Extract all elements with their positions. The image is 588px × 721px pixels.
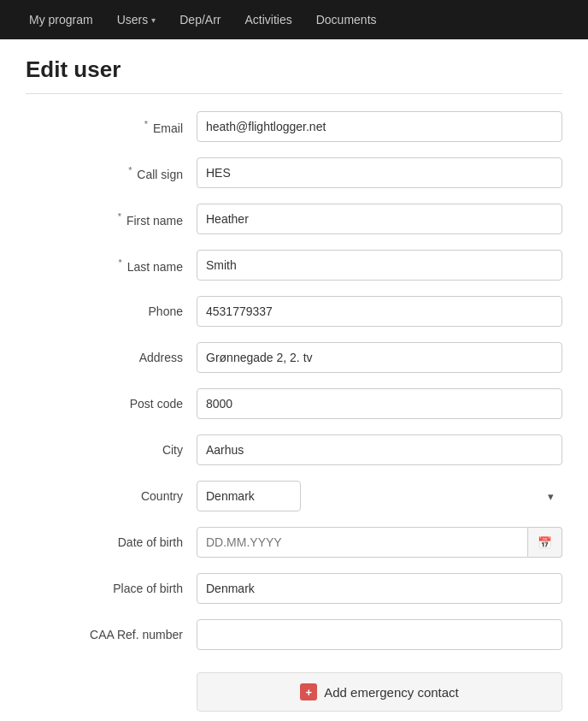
nav-activities-label: Activities: [244, 13, 291, 27]
country-label: Country: [26, 489, 197, 503]
firstname-row: * First name: [26, 204, 562, 234]
nav-documents[interactable]: Documents: [304, 3, 389, 37]
nav-dep-arr-label: Dep/Arr: [179, 13, 220, 27]
phone-label: Phone: [26, 304, 197, 318]
email-label: * Email: [26, 119, 197, 135]
pob-label: Place of birth: [26, 582, 197, 595]
firstname-label: * First name: [26, 211, 197, 228]
page-title: Edit user: [26, 56, 562, 94]
emergency-plus-icon: +: [300, 683, 317, 700]
emergency-offset: [26, 665, 197, 712]
dob-input[interactable]: [197, 527, 528, 558]
nav-documents-label: Documents: [316, 13, 377, 27]
address-input[interactable]: [197, 342, 562, 373]
caa-label: CAA Ref. number: [26, 628, 197, 641]
users-dropdown-chevron-icon: ▾: [151, 15, 156, 25]
dob-row: Date of birth 📅: [26, 527, 562, 558]
add-emergency-label: Add emergency contact: [324, 685, 459, 700]
caa-row: CAA Ref. number: [26, 619, 562, 650]
email-row: * Email: [26, 111, 562, 142]
nav-activities[interactable]: Activities: [232, 3, 303, 37]
lastname-input[interactable]: [197, 250, 562, 281]
postcode-input[interactable]: [197, 388, 562, 419]
lastname-row: * Last name: [26, 250, 562, 281]
page-content: Edit user * Email * Call sign * First na…: [0, 39, 588, 721]
caa-input[interactable]: [197, 619, 562, 650]
country-select[interactable]: Denmark Germany Sweden Norway United Kin…: [197, 481, 301, 511]
city-label: City: [26, 443, 197, 457]
country-select-wrapper: Denmark Germany Sweden Norway United Kin…: [197, 481, 562, 511]
callsign-row: * Call sign: [26, 157, 562, 188]
nav-users[interactable]: Users ▾: [105, 3, 168, 37]
navbar: My program Users ▾ Dep/Arr Activities Do…: [0, 0, 588, 39]
address-label: Address: [26, 351, 197, 364]
emergency-contact-row: + Add emergency contact: [26, 665, 562, 712]
country-chevron-icon: ▾: [548, 490, 554, 503]
lastname-required-star: *: [118, 257, 121, 268]
nav-users-label: Users: [117, 13, 149, 27]
dob-calendar-button[interactable]: 📅: [528, 527, 562, 558]
callsign-label: * Call sign: [26, 165, 197, 181]
postcode-row: Post code: [26, 388, 562, 419]
nav-my-program[interactable]: My program: [17, 3, 105, 37]
lastname-label: * Last name: [26, 257, 197, 274]
pob-input[interactable]: [197, 573, 562, 604]
firstname-input[interactable]: [197, 204, 562, 234]
city-row: City: [26, 434, 562, 465]
dob-input-wrapper: 📅: [197, 527, 562, 558]
firstname-required-star: *: [118, 211, 121, 222]
phone-input[interactable]: [197, 296, 562, 327]
callsign-required-star: *: [128, 165, 132, 175]
phone-row: Phone: [26, 296, 562, 327]
calendar-icon: 📅: [538, 536, 552, 549]
callsign-input[interactable]: [197, 157, 562, 188]
postcode-label: Post code: [26, 397, 197, 411]
email-required-star: *: [144, 119, 148, 129]
country-row: Country Denmark Germany Sweden Norway Un…: [26, 481, 562, 511]
pob-row: Place of birth: [26, 573, 562, 604]
address-row: Address: [26, 342, 562, 373]
nav-dep-arr[interactable]: Dep/Arr: [168, 3, 232, 37]
dob-label: Date of birth: [26, 535, 197, 549]
nav-my-program-label: My program: [29, 13, 93, 27]
email-input[interactable]: [197, 111, 562, 142]
add-emergency-button[interactable]: + Add emergency contact: [197, 672, 562, 712]
city-input[interactable]: [197, 434, 562, 465]
edit-user-form: * Email * Call sign * First name *: [26, 111, 562, 712]
